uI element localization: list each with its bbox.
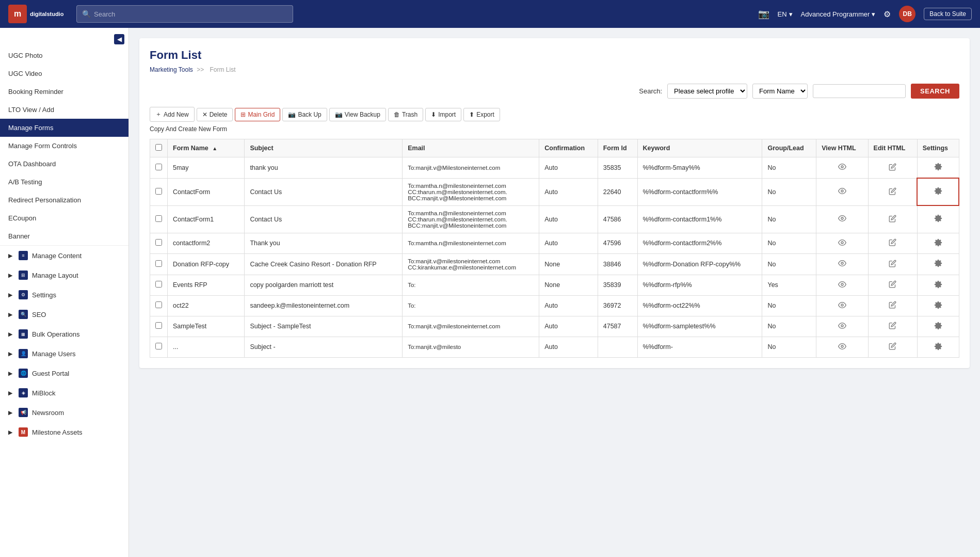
view-backup-button[interactable]: 📷 View Backup <box>329 108 386 121</box>
edit-html-button[interactable] <box>887 341 898 353</box>
sidebar-item-settings[interactable]: ▶ ⚙ Settings <box>0 285 128 305</box>
sidebar-item-manage-content[interactable]: ▶ ≡ Manage Content <box>0 246 128 265</box>
camera-icon[interactable]: 📷 <box>758 8 769 20</box>
sidebar-item-manage-layout[interactable]: ▶ ⊞ Manage Layout <box>0 265 128 285</box>
manage-users-icon: 👤 <box>19 349 28 358</box>
edit-html-button[interactable] <box>887 321 898 332</box>
view-html-button[interactable] <box>836 213 848 225</box>
language-selector[interactable]: EN ▾ <box>778 10 793 18</box>
view-html-button[interactable] <box>836 237 848 249</box>
row-checkbox[interactable] <box>155 281 162 288</box>
settings-button[interactable] <box>932 162 944 173</box>
view-html-button[interactable] <box>836 300 848 312</box>
svg-point-7 <box>841 325 843 327</box>
sidebar-item-redirect-personalization[interactable]: Redirect Personalization <box>0 191 128 209</box>
export-button[interactable]: ⬆ Export <box>463 108 500 121</box>
row-view-html <box>816 337 868 357</box>
edit-html-button[interactable] <box>887 300 898 311</box>
row-checkbox[interactable] <box>155 322 162 329</box>
sidebar-item-ugc-video[interactable]: UGC Video <box>0 65 128 83</box>
sidebar-item-lto-view-add[interactable]: LTO View / Add <box>0 101 128 119</box>
sidebar-toggle-area: ◀ <box>0 32 128 46</box>
row-checkbox[interactable] <box>155 260 162 267</box>
profile-select[interactable]: Please select profile <box>667 84 747 99</box>
settings-button[interactable] <box>932 186 944 198</box>
main-grid-button[interactable]: ⊞ Main Grid <box>235 108 280 121</box>
sidebar-item-manage-forms[interactable]: Manage Forms <box>0 119 128 137</box>
sidebar-item-bulk-operations[interactable]: ▶ ▦ Bulk Operations <box>0 324 128 344</box>
sidebar-item-banner[interactable]: Banner <box>0 227 128 245</box>
sidebar-item-ecoupon[interactable]: ECoupon <box>0 209 128 227</box>
row-subject: sandeep.k@milestoneinternet.com <box>245 295 403 316</box>
delete-button[interactable]: ✕ Delete <box>197 108 233 121</box>
sidebar-collapse-button[interactable]: ◀ <box>114 34 124 44</box>
edit-html-button[interactable] <box>887 214 898 225</box>
sidebar-item-newsroom[interactable]: ▶ 📢 Newsroom <box>0 403 128 422</box>
view-html-button[interactable] <box>836 279 848 291</box>
view-backup-icon: 📷 <box>335 111 343 118</box>
settings-button[interactable] <box>932 213 944 225</box>
settings-button[interactable] <box>932 279 944 291</box>
settings-button[interactable] <box>932 237 944 249</box>
add-new-button[interactable]: ＋ Add New <box>150 107 195 122</box>
edit-html-button[interactable] <box>887 259 898 270</box>
sidebar-item-ab-testing[interactable]: A/B Testing <box>0 173 128 191</box>
field-select[interactable]: Form Name Subject Email Form Id Keyword <box>752 84 808 99</box>
sidebar-item-ugc-photo[interactable]: UGC Photo <box>0 46 128 65</box>
expand-icon: ▶ <box>8 409 12 416</box>
settings-button[interactable] <box>932 321 944 332</box>
settings-button[interactable] <box>932 300 944 312</box>
sidebar-item-booking-reminder[interactable]: Booking Reminder <box>0 83 128 101</box>
table-row: 5may thank you To:manjit.v@Milestoneinte… <box>150 157 959 179</box>
sidebar-item-seo[interactable]: ▶ 🔍 SEO <box>0 305 128 324</box>
row-checkbox[interactable] <box>155 239 162 246</box>
view-html-button[interactable] <box>836 321 848 332</box>
view-html-button[interactable] <box>836 341 848 353</box>
row-checkbox[interactable] <box>155 164 162 170</box>
edit-html-button[interactable] <box>887 279 898 291</box>
row-subject: Subject - SampleTest <box>245 316 403 337</box>
sidebar-item-manage-users[interactable]: ▶ 👤 Manage Users <box>0 344 128 363</box>
programmer-selector[interactable]: Advanced Programmer ▾ <box>801 10 876 18</box>
view-html-button[interactable] <box>836 258 848 270</box>
settings-button[interactable] <box>932 341 944 353</box>
sidebar-item-miblock[interactable]: ▶ ◈ MiBlock <box>0 383 128 403</box>
sidebar-item-milestone-assets[interactable]: ▶ M Milestone Assets <box>0 422 128 442</box>
search-text-input[interactable] <box>813 84 906 98</box>
page-title: Form List <box>150 49 959 62</box>
sidebar-item-manage-form-controls[interactable]: Manage Form Controls <box>0 137 128 155</box>
row-checkbox[interactable] <box>155 343 162 349</box>
import-button[interactable]: ⬇ Import <box>425 108 461 121</box>
sidebar-item-guest-portal[interactable]: ▶ 🌐 Guest Portal <box>0 363 128 383</box>
back-up-button[interactable]: 📷 Back Up <box>282 108 327 121</box>
settings-gear-icon[interactable]: ⚙ <box>883 9 891 19</box>
edit-html-button[interactable] <box>887 237 898 249</box>
edit-html-button[interactable] <box>887 186 898 198</box>
sidebar-item-label: Manage Content <box>32 252 82 260</box>
edit-html-button[interactable] <box>887 162 898 173</box>
row-checkbox[interactable] <box>155 188 162 195</box>
breadcrumb-root[interactable]: Marketing Tools <box>150 66 193 73</box>
user-avatar[interactable]: DB <box>899 6 915 22</box>
row-checkbox[interactable] <box>155 215 162 222</box>
row-view-html <box>816 233 868 253</box>
breadcrumb-separator: >> <box>197 66 204 73</box>
global-search-input[interactable] <box>94 10 287 18</box>
row-checkbox-cell <box>150 157 168 179</box>
svg-point-1 <box>841 190 843 192</box>
header-checkbox-col <box>150 139 168 157</box>
row-checkbox[interactable] <box>155 301 162 308</box>
trash-button[interactable]: 🗑 Trash <box>388 108 423 121</box>
row-form-id: 47586 <box>598 205 637 233</box>
global-search-bar[interactable]: 🔍 <box>76 5 293 23</box>
svg-point-2 <box>841 217 843 219</box>
back-to-suite-button[interactable]: Back to Suite <box>924 8 972 20</box>
view-html-button[interactable] <box>836 186 848 198</box>
view-html-button[interactable] <box>836 162 848 173</box>
grid-icon: ⊞ <box>240 111 246 118</box>
select-all-checkbox[interactable] <box>155 144 162 151</box>
sidebar-item-ota-dashboard[interactable]: OTA Dashboard <box>0 155 128 173</box>
copy-create-link[interactable]: Copy And Create New Form <box>150 124 227 134</box>
settings-button[interactable] <box>932 258 944 270</box>
search-button[interactable]: SEARCH <box>911 84 959 99</box>
